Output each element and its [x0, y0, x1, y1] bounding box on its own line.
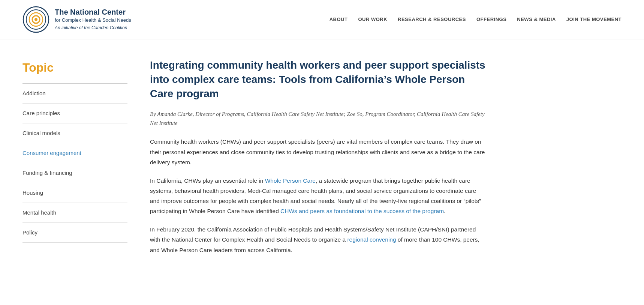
sidebar-item-mental-health: Mental health: [22, 203, 127, 223]
sidebar-item-addiction: Addiction: [22, 84, 127, 104]
nav-news-media[interactable]: NEWS & MEDIA: [517, 16, 556, 24]
nav-our-work[interactable]: OUR WORK: [358, 16, 387, 24]
main-nav: ABOUT OUR WORK RESEARCH & RESOURCES OFFE…: [329, 16, 622, 24]
nav-offerings[interactable]: OFFERINGS: [476, 16, 506, 24]
logo-sub-title: for Complex Health & Social Needs: [55, 17, 131, 24]
sidebar-link-policy[interactable]: Policy: [22, 223, 127, 242]
sidebar-link-addiction[interactable]: Addiction: [22, 84, 127, 103]
article-content: Integrating community health workers and…: [150, 58, 487, 263]
sidebar-list: Addiction Care principles Clinical model…: [22, 84, 127, 243]
link-chws-peers-foundational[interactable]: CHWs and peers as foundational to the su…: [280, 208, 444, 214]
link-regional-convening[interactable]: regional convening: [347, 236, 396, 243]
nav-join-movement[interactable]: JOIN THE MOVEMENT: [566, 16, 622, 24]
sidebar-item-consumer-engagement: Consumer engagement: [22, 143, 127, 163]
sidebar-link-care-principles[interactable]: Care principles: [22, 104, 127, 123]
sidebar-item-funding-financing: Funding & financing: [22, 163, 127, 183]
logo-area: The National Center for Complex Health &…: [22, 6, 131, 33]
sidebar-item-clinical-models: Clinical models: [22, 123, 127, 143]
logo-text: The National Center for Complex Health &…: [55, 8, 131, 32]
sidebar-link-funding-financing[interactable]: Funding & financing: [22, 163, 127, 183]
sidebar-item-care-principles: Care principles: [22, 104, 127, 123]
article-paragraph-2: In California, CHWs play an essential ro…: [150, 176, 487, 216]
sidebar-link-consumer-engagement[interactable]: Consumer engagement: [22, 143, 127, 163]
link-whole-person-care[interactable]: Whole Person Care: [265, 177, 316, 184]
logo-initiative: An initiative of the Camden Coalition: [55, 24, 131, 32]
article-title: Integrating community health workers and…: [150, 58, 487, 101]
sidebar-link-mental-health[interactable]: Mental health: [22, 203, 127, 222]
article-paragraph-3: In February 2020, the California Associa…: [150, 224, 487, 255]
sidebar-link-clinical-models[interactable]: Clinical models: [22, 123, 127, 143]
main-container: Topic Addiction Care principles Clinical…: [0, 39, 644, 286]
nav-about[interactable]: ABOUT: [329, 16, 348, 24]
sidebar: Topic Addiction Care principles Clinical…: [22, 58, 127, 263]
site-header: The National Center for Complex Health &…: [0, 0, 644, 39]
sidebar-title: Topic: [22, 58, 127, 77]
article-body: Community health workers (CHWs) and peer…: [150, 137, 487, 255]
article-paragraph-1: Community health workers (CHWs) and peer…: [150, 137, 487, 167]
svg-point-4: [34, 18, 37, 21]
article-byline: By Amanda Clarke, Director of Programs, …: [150, 110, 487, 128]
sidebar-item-policy: Policy: [22, 223, 127, 243]
logo-icon: [22, 6, 49, 33]
sidebar-item-housing: Housing: [22, 183, 127, 203]
sidebar-link-housing[interactable]: Housing: [22, 183, 127, 203]
nav-research-resources[interactable]: RESEARCH & RESOURCES: [398, 16, 466, 24]
logo-main-title: The National Center: [55, 8, 131, 17]
